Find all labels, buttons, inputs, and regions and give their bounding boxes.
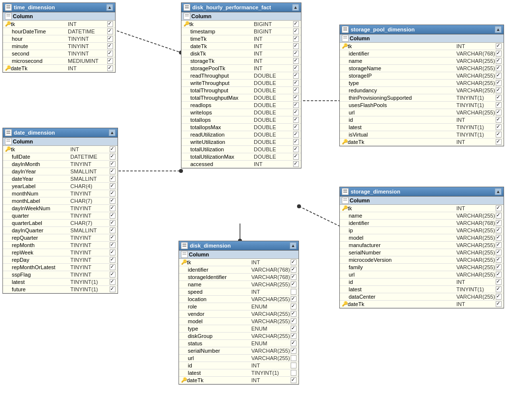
check-icon [496, 220, 502, 226]
col-type: INT [251, 259, 291, 265]
svg-line-6 [299, 206, 339, 226]
col-type: TINYINT [70, 213, 110, 219]
col-name: type [188, 326, 249, 332]
check-icon [496, 279, 502, 285]
col-type: DATETIME [68, 28, 107, 34]
check-icon [496, 58, 502, 64]
column-header: Column [179, 251, 299, 259]
col-name: serialNumber [188, 348, 249, 354]
table-row: usesFlashPools TINYINT(1) [340, 102, 504, 109]
table-row: manufacturer VARCHAR(255) [340, 242, 504, 249]
col-name: fullDate [12, 154, 68, 160]
table-row: totalThroughputMax DOUBLE [181, 94, 301, 102]
col-name: hour [12, 36, 66, 42]
col-type: ENUM [251, 340, 291, 346]
column-header-icon [5, 138, 12, 145]
disk-dimension-header: disk_dimension ▲ [179, 241, 299, 251]
col-type: DOUBLE [254, 146, 293, 152]
minimize-button[interactable]: ▲ [292, 4, 299, 11]
disk-dimension-title: disk_dimension [190, 243, 231, 249]
col-name: tk [348, 43, 454, 49]
check-icon [110, 257, 116, 263]
check-icon [496, 117, 502, 123]
check-icon [293, 43, 299, 49]
check-icon [496, 257, 502, 263]
check-icon [291, 333, 297, 339]
check-icon [291, 267, 297, 273]
col-type: DOUBLE [254, 139, 293, 145]
check-icon [110, 146, 116, 152]
col-name: storageIP [349, 73, 454, 79]
table-row: 🔑 tk INT [3, 21, 115, 28]
col-type: VARCHAR(255) [456, 65, 496, 71]
col-name: diskTk [190, 51, 252, 56]
check-icon [110, 272, 116, 278]
col-type: VARCHAR(255) [456, 294, 496, 300]
check-icon [291, 289, 297, 295]
check-icon [496, 95, 502, 101]
col-type: VARCHAR(255) [456, 58, 496, 64]
check-icon [291, 326, 297, 332]
minimize-button[interactable]: ▲ [106, 4, 113, 11]
fact-table-header: disk_hourly_performance_fact ▲ [181, 3, 301, 12]
check-icon [107, 28, 113, 34]
check-icon [496, 132, 502, 138]
col-type: TINYINT(1) [456, 132, 496, 138]
date-dimension-title: date_dimension [14, 130, 55, 136]
col-type: ENUM [251, 304, 291, 309]
col-type: INT [456, 117, 496, 123]
col-type: VARCHAR(255) [456, 80, 496, 86]
col-name: isVirtual [349, 132, 454, 138]
col-type: VARCHAR(255) [251, 296, 291, 302]
col-type: TINYINT [70, 161, 110, 167]
pk-icon: 🔑 [183, 21, 189, 27]
col-type: TINYINT(1) [251, 370, 291, 376]
col-type: INT [251, 289, 291, 295]
col-name: dayInMonth [12, 161, 68, 167]
er-diagram-canvas: time_dimension ▲ Column 🔑 tk INT hourDat… [0, 0, 508, 420]
check-icon [110, 227, 116, 233]
col-type: INT [456, 205, 496, 211]
col-type: DOUBLE [254, 73, 293, 79]
minimize-button[interactable]: ▲ [290, 242, 297, 249]
col-type: VARCHAR(255) [456, 213, 496, 219]
col-name: writeThroughput [190, 80, 252, 86]
check-icon [107, 36, 113, 42]
table-row: storageTk INT [181, 57, 301, 65]
time-dimension-header: time_dimension ▲ [3, 3, 115, 12]
check-icon [496, 43, 502, 49]
check-icon [496, 264, 502, 270]
check-icon [110, 168, 116, 174]
col-name: repDay [12, 257, 68, 263]
col-name: repWeek [12, 250, 68, 255]
minimize-button[interactable]: ▲ [495, 26, 502, 33]
col-name: location [188, 296, 249, 302]
col-type: INT [456, 301, 496, 307]
check-icon [291, 281, 297, 287]
col-name: monthLabel [12, 198, 68, 204]
col-name: monthNum [12, 191, 68, 196]
col-name: tk [11, 146, 68, 152]
minimize-button[interactable]: ▲ [109, 129, 116, 136]
col-type: DOUBLE [254, 154, 293, 160]
col-type: TINYINT [70, 272, 110, 278]
column-header: Column [3, 12, 115, 21]
check-icon [110, 286, 116, 292]
table-row: model VARCHAR(255) [179, 318, 299, 325]
col-name: model [188, 318, 249, 324]
check-icon [293, 132, 299, 138]
col-type: TINYINT [68, 51, 107, 56]
table-row: repMonth TINYINT [3, 242, 118, 249]
check-icon [293, 139, 299, 145]
check-icon [293, 95, 299, 101]
check-icon [110, 183, 116, 189]
col-type: VARCHAR(255) [456, 87, 496, 93]
col-type: VARCHAR(255) [251, 355, 291, 361]
table-row: future TINYINT(1) [3, 286, 118, 293]
check-icon [293, 28, 299, 34]
column-header-label: Column [13, 13, 33, 19]
fk-icon: 🔑 [5, 65, 11, 71]
minimize-button[interactable]: ▲ [495, 188, 502, 195]
col-name: storagePoolTk [190, 65, 252, 71]
table-row: family VARCHAR(255) [340, 264, 504, 271]
